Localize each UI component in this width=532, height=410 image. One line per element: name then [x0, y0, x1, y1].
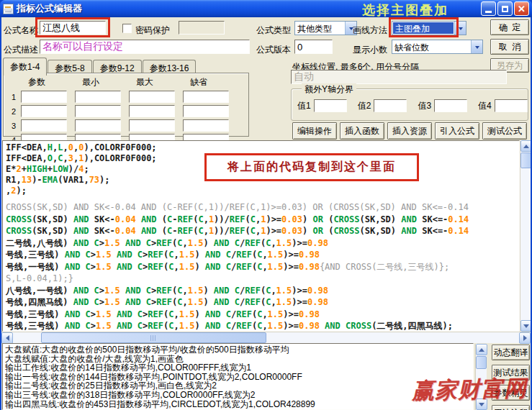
param-row-number: 1	[6, 93, 18, 101]
formula-version-label: 公式版本	[256, 44, 291, 56]
extra-y-axis-title: 额外Y轴分界	[302, 83, 356, 96]
code-hscrollbar[interactable]	[1, 332, 531, 343]
y-axis-field-1: 值1	[297, 99, 347, 112]
decimal-label: 显示小数	[353, 44, 387, 56]
code-line: CROSS(SK,SD) AND SK<-0.04 AND (C-REF(C,1…	[6, 214, 519, 226]
code-line: S,L-0.04,1);}	[6, 273, 519, 285]
param-input[interactable]	[75, 105, 121, 117]
param-input[interactable]	[183, 119, 229, 132]
toolbar-button-3[interactable]: 插入资源	[387, 122, 432, 140]
code-line: CROSS(SK,SD) AND SK<-0.04 AND (C-REF(C,1…	[6, 225, 519, 237]
tab-1[interactable]: 参数1-4	[3, 58, 47, 76]
y-axis-field-label: 值1	[297, 100, 311, 112]
minimize-icon	[485, 11, 492, 13]
param-panel: 参数最小最大缺省1234	[3, 73, 249, 137]
translation-vscroll-thumb[interactable]	[476, 356, 487, 369]
y-axis-field-input[interactable]	[314, 99, 347, 112]
code-line: 号线,三号线) AND C>1.5 AND C>REF(C,1.5) AND C…	[6, 320, 519, 332]
overlay-annotation-text: 选择主图叠加	[362, 1, 448, 19]
titlebar[interactable]: 指标公式编辑器 选择主图叠加 ✕	[0, 0, 532, 17]
scroll-down-icon[interactable]	[520, 320, 531, 332]
y-axis-field-3: 值3	[418, 99, 467, 112]
scroll-up-icon[interactable]	[520, 140, 531, 152]
code-hscroll-thumb[interactable]	[41, 332, 266, 343]
param-input[interactable]	[75, 119, 121, 132]
code-line: IFF<DEA,O,C,3,1),COLORF0F000;	[6, 153, 519, 164]
draw-method-select[interactable]: 主图叠加	[392, 21, 466, 35]
formula-desc-input[interactable]	[40, 40, 250, 54]
translation-line: 输出三号线:收盘价的318日指数移动平均,COLOR0000FF,线宽为2	[5, 391, 471, 400]
param-input[interactable]	[129, 91, 175, 103]
y-axis-field-input[interactable]	[434, 99, 467, 112]
param-input[interactable]	[75, 91, 121, 103]
formula-type-select[interactable]: 其他类型	[294, 21, 357, 35]
code-line: 号线,三号线) AND C>1.5 AND C>REF(C,1.5) AND C…	[6, 249, 519, 261]
formula-name-input[interactable]	[40, 21, 106, 35]
toolbar-button-2[interactable]: 插入函数	[340, 122, 384, 140]
code-vscrollbar[interactable]	[520, 140, 531, 332]
toolbar-button-4[interactable]: 引入公式	[435, 122, 479, 140]
param-row-number: 3	[6, 122, 18, 130]
code-line: 八号线,一号线) AND C>1.5 AND C>REF(C,1.5) AND …	[6, 285, 519, 297]
code-line: 二号线,八号线) AND C>1.5 AND C>REF(C,1.5) AND …	[6, 237, 519, 250]
extra-y-axis-group: 额外Y轴分界 值1值2值3值4	[291, 88, 528, 121]
side-button-4[interactable]: 用法注释	[492, 405, 530, 410]
param-input[interactable]	[21, 105, 67, 117]
decimal-select[interactable]: 缺省位数	[392, 40, 483, 54]
scroll-up-icon[interactable]	[476, 344, 487, 355]
y-axis-field-2: 值2	[358, 99, 407, 112]
code-line: ,2);	[6, 186, 519, 196]
formula-name-label: 公式名称	[4, 24, 38, 37]
ok-button[interactable]: 确 定	[490, 19, 529, 35]
tab-strip: 参数1-4参数5-8参数9-12参数13-16	[3, 58, 197, 73]
param-input[interactable]	[183, 105, 229, 117]
formula-version-input[interactable]	[294, 40, 333, 54]
y-axis-field-4: 值4	[478, 99, 528, 112]
param-header-2: 最小	[75, 76, 126, 88]
toolbar-button-1[interactable]: 编辑操作	[292, 122, 337, 140]
password-protect-checkbox[interactable]	[122, 24, 132, 33]
draw-method-label: 画线方法	[353, 24, 387, 37]
y-axis-field-label: 值2	[358, 100, 371, 112]
watermark: 赢家财富网	[411, 373, 527, 406]
code-line: R1,13)-EMA(VAR1,73);	[6, 175, 519, 186]
close-icon: ✕	[518, 4, 526, 14]
window-title: 指标公式编辑器	[17, 2, 82, 15]
side-button-1[interactable]: 动态翻译	[492, 345, 530, 360]
formula-type-label: 公式类型	[256, 24, 291, 37]
code-editor[interactable]: IFF<DEA,H,L,0,0),COLORF0F000;IFF<DEA,O,C…	[2, 140, 520, 332]
param-input[interactable]	[183, 91, 229, 103]
param-input[interactable]	[129, 105, 175, 117]
code-line: CROSS(SK,SD) AND SK<-0.04 AND (C-REF(C,1…	[6, 201, 519, 214]
param-input[interactable]	[21, 119, 67, 132]
y-axis-field-label: 值4	[478, 100, 492, 112]
maximize-button[interactable]	[497, 1, 513, 16]
code-line: 号线,四黑马线) AND C>1.5 AND C>REF(C,1.5) AND …	[6, 296, 519, 309]
param-header-4: 缺省	[183, 76, 234, 88]
param-table: 参数最小最大缺省1234	[4, 73, 248, 146]
formula-desc-label: 公式描述	[4, 44, 38, 56]
translation-line: 大盘赋值:大盘的收盘价的500日指数移动平均/收盘价的500日指数移动平均	[5, 345, 471, 355]
y-axis-field-input[interactable]	[495, 99, 528, 112]
toolbar-button-5[interactable]: 测试公式	[482, 122, 527, 140]
code-vscroll-thumb[interactable]	[520, 152, 531, 168]
password-input	[179, 21, 225, 35]
scroll-left-icon[interactable]	[1, 332, 13, 344]
code-line	[6, 196, 519, 201]
chevron-down-icon[interactable]	[471, 40, 482, 53]
code-line: 号线,一号线) AND C>1.5 AND C>REF(C,1.5) AND C…	[6, 261, 519, 273]
translation-panel: 大盘赋值:大盘的收盘价的500日指数移动平均/收盘价的500日指数移动平均大盘线…	[2, 343, 474, 410]
param-input[interactable]	[129, 119, 175, 132]
scroll-right-icon[interactable]	[519, 332, 531, 344]
chevron-down-icon[interactable]	[454, 22, 466, 35]
password-protect-label: 密码保护	[135, 24, 170, 37]
y-axis-field-label: 值3	[418, 100, 431, 112]
minimize-button[interactable]	[481, 1, 496, 16]
param-input[interactable]	[21, 91, 67, 103]
close-button[interactable]: ✕	[514, 1, 529, 16]
cancel-button[interactable]: 取 消	[490, 39, 529, 55]
translation-line: 输出四黑马线:收盘价的453日指数移动平均,CIRCLEDOT,线宽为1,COL…	[5, 400, 471, 409]
y-axis-field-input[interactable]	[374, 99, 407, 112]
code-line: E*2+HIGH+LOW)/4;	[6, 164, 519, 175]
code-line: 号线,三号线) AND C>1.5 AND C>REF(C,1.5) AND C…	[6, 309, 519, 321]
